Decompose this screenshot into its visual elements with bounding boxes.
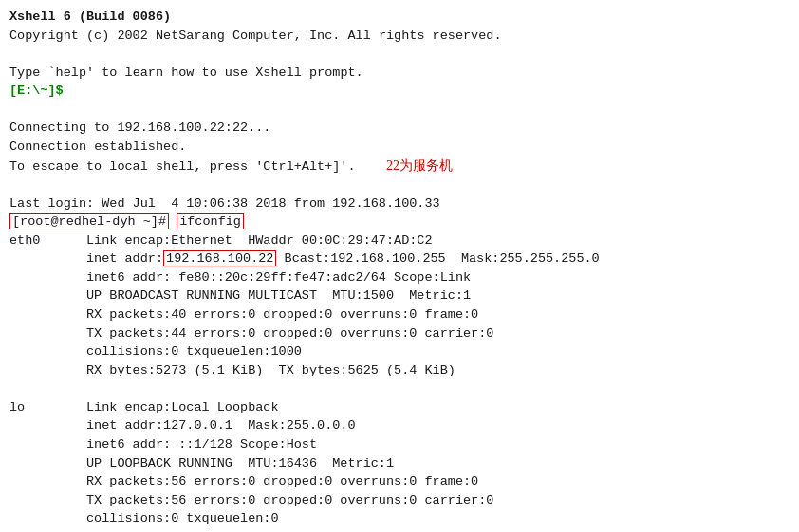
ifconfig-cmd-line: [root@redhel-dyh ~]# ifconfig [9, 212, 790, 231]
eth0-up-line: UP BROADCAST RUNNING MULTICAST MTU:1500 … [9, 286, 790, 305]
blank-line-4 [9, 379, 790, 398]
eth0-bytes-line: RX bytes:5273 (5.1 KiB) TX bytes:5625 (5… [9, 361, 790, 380]
lo-header-line: lo Link encap:Local Loopback [9, 398, 790, 417]
ifconfig-cmd-box: ifconfig [177, 213, 244, 229]
lo-bytes-line: RX bytes:4020 (3.9 KiB) TX bytes:4020 (3… [9, 528, 790, 532]
lo-collisions-line: collisions:0 txqueuelen:0 [9, 509, 790, 528]
lastlogin-line: Last login: Wed Jul 4 10:06:38 2018 from… [9, 194, 790, 213]
lo-rx-packets-line: RX packets:56 errors:0 dropped:0 overrun… [9, 472, 790, 491]
ip-address-box: 192.168.100.22 [163, 250, 276, 266]
eth0-header-line: eth0 Link encap:Ethernet HWaddr 00:0C:29… [9, 231, 790, 250]
blank-line-3 [9, 175, 790, 194]
eth0-tx-packets-line: TX packets:44 errors:0 dropped:0 overrun… [9, 324, 790, 343]
lo-up-line: UP LOOPBACK RUNNING MTU:16436 Metric:1 [9, 454, 790, 473]
prompt-line-1: [E:\~]$ [9, 82, 790, 101]
title-line: Xshell 6 (Build 0086) [9, 8, 790, 27]
established-word: established [94, 139, 178, 154]
eth0-rx-packets-line: RX packets:40 errors:0 dropped:0 overrun… [9, 305, 790, 324]
eth0-inet-line: inet addr:192.168.100.22 Bcast:192.168.1… [9, 249, 790, 268]
connecting-line: Connecting to 192.168.100.22:22... [9, 119, 790, 138]
terminal-window: Xshell 6 (Build 0086) Copyright (c) 2002… [9, 8, 790, 532]
computer-word: Computer [232, 28, 294, 43]
lo-tx-packets-line: TX packets:56 errors:0 dropped:0 overrun… [9, 491, 790, 510]
blank-line-1 [9, 45, 790, 64]
established-line: Connection established. [9, 138, 790, 156]
copyright-line: Copyright (c) 2002 NetSarang Computer, I… [9, 27, 790, 46]
escape-line-container: To escape to local shell, press 'Ctrl+Al… [9, 156, 790, 176]
blank-line-2 [9, 101, 790, 119]
lo-inet-line: inet addr:127.0.0.1 Mask:255.0.0.0 [9, 416, 790, 435]
learn-word: learn [125, 65, 164, 80]
eth0-inet6-line: inet6 addr: fe80::20c:29ff:fe47:adc2/64 … [9, 268, 790, 287]
help-line: Type `help' to learn how to use Xshell p… [9, 64, 790, 83]
lo-inet6-line: inet6 addr: ::1/128 Scope:Host [9, 435, 790, 454]
prompt-user-box: [root@redhel-dyh ~]# [9, 213, 169, 229]
prompt-indicator: [E:\~]$ [9, 83, 64, 98]
annotation-22: 22为服务机 [386, 158, 453, 173]
eth0-collisions-line: collisions:0 txqueuelen:1000 [9, 342, 790, 361]
escape-line: To escape to local shell, press 'Ctrl+Al… [9, 156, 790, 176]
